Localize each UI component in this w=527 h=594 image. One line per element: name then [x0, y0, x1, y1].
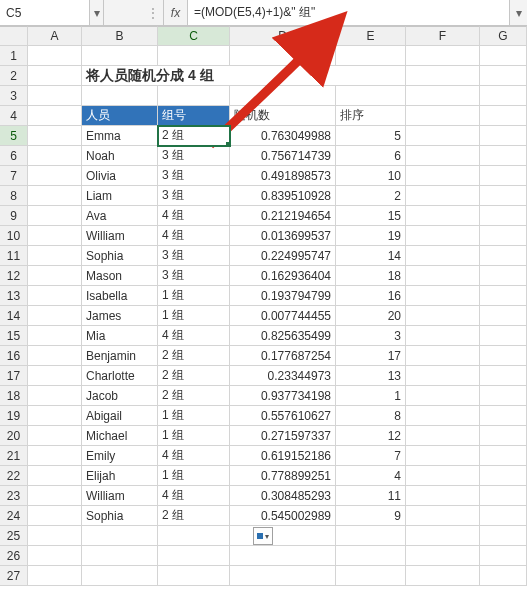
column-header-C[interactable]: C — [158, 26, 230, 46]
cell-A2[interactable] — [28, 66, 82, 86]
cell-A25[interactable] — [28, 526, 82, 546]
cell-F22[interactable] — [406, 466, 480, 486]
cell-person-17[interactable]: Charlotte — [82, 366, 158, 386]
formula-bar-expand-icon[interactable]: ▾ — [509, 0, 527, 25]
title-cell[interactable]: 将人员随机分成 4 组 — [82, 66, 406, 86]
cell-F3[interactable] — [406, 86, 480, 106]
cell-rank-15[interactable]: 3 — [336, 326, 406, 346]
cell-A14[interactable] — [28, 306, 82, 326]
cell-A13[interactable] — [28, 286, 82, 306]
cell-group-12[interactable]: 3 组 — [158, 266, 230, 286]
cell-rand-20[interactable]: 0.271597337 — [230, 426, 336, 446]
row-header-12[interactable]: 12 — [0, 266, 28, 286]
cell-E25[interactable] — [336, 526, 406, 546]
row-header-8[interactable]: 8 — [0, 186, 28, 206]
cell-person-14[interactable]: James — [82, 306, 158, 326]
cell-G10[interactable] — [480, 226, 527, 246]
cell-group-18[interactable]: 2 组 — [158, 386, 230, 406]
cell-rand-16[interactable]: 0.177687254 — [230, 346, 336, 366]
row-header-17[interactable]: 17 — [0, 366, 28, 386]
cell-G19[interactable] — [480, 406, 527, 426]
row-header-4[interactable]: 4 — [0, 106, 28, 126]
cell-G17[interactable] — [480, 366, 527, 386]
header-rank[interactable]: 排序 — [336, 106, 406, 126]
cell-rand-8[interactable]: 0.839510928 — [230, 186, 336, 206]
cell-rand-19[interactable]: 0.557610627 — [230, 406, 336, 426]
cell-person-15[interactable]: Mia — [82, 326, 158, 346]
header-rand[interactable]: 随机数 — [230, 106, 336, 126]
cell-G24[interactable] — [480, 506, 527, 526]
cell-F19[interactable] — [406, 406, 480, 426]
cell-G26[interactable] — [480, 546, 527, 566]
cell-group-23[interactable]: 4 组 — [158, 486, 230, 506]
row-header-16[interactable]: 16 — [0, 346, 28, 366]
cell-C1[interactable] — [158, 46, 230, 66]
cell-rand-7[interactable]: 0.491898573 — [230, 166, 336, 186]
cell-group-24[interactable]: 2 组 — [158, 506, 230, 526]
cell-person-24[interactable]: Sophia — [82, 506, 158, 526]
cell-A27[interactable] — [28, 566, 82, 586]
fx-icon[interactable]: fx — [164, 0, 188, 25]
cell-C3[interactable] — [158, 86, 230, 106]
cell-rand-17[interactable]: 0.23344973 — [230, 366, 336, 386]
cell-A6[interactable] — [28, 146, 82, 166]
cell-F27[interactable] — [406, 566, 480, 586]
row-header-26[interactable]: 26 — [0, 546, 28, 566]
row-header-2[interactable]: 2 — [0, 66, 28, 86]
cell-rand-23[interactable]: 0.308485293 — [230, 486, 336, 506]
cell-rank-20[interactable]: 12 — [336, 426, 406, 446]
cell-A26[interactable] — [28, 546, 82, 566]
cell-group-6[interactable]: 3 组 — [158, 146, 230, 166]
cell-person-20[interactable]: Michael — [82, 426, 158, 446]
cell-group-14[interactable]: 1 组 — [158, 306, 230, 326]
cell-group-7[interactable]: 3 组 — [158, 166, 230, 186]
cell-F13[interactable] — [406, 286, 480, 306]
cell-F1[interactable] — [406, 46, 480, 66]
cell-rank-24[interactable]: 9 — [336, 506, 406, 526]
cell-F15[interactable] — [406, 326, 480, 346]
cell-person-11[interactable]: Sophia — [82, 246, 158, 266]
row-header-23[interactable]: 23 — [0, 486, 28, 506]
row-header-19[interactable]: 19 — [0, 406, 28, 426]
cell-A5[interactable] — [28, 126, 82, 146]
cell-group-19[interactable]: 1 组 — [158, 406, 230, 426]
cell-group-10[interactable]: 4 组 — [158, 226, 230, 246]
row-header-25[interactable]: 25 — [0, 526, 28, 546]
column-header-E[interactable]: E — [336, 26, 406, 46]
cell-A20[interactable] — [28, 426, 82, 446]
cell-F21[interactable] — [406, 446, 480, 466]
cell-person-8[interactable]: Liam — [82, 186, 158, 206]
cell-person-22[interactable]: Elijah — [82, 466, 158, 486]
cell-F14[interactable] — [406, 306, 480, 326]
cell-F4[interactable] — [406, 106, 480, 126]
cell-B27[interactable] — [82, 566, 158, 586]
cell-G1[interactable] — [480, 46, 527, 66]
row-header-1[interactable]: 1 — [0, 46, 28, 66]
row-header-24[interactable]: 24 — [0, 506, 28, 526]
row-header-27[interactable]: 27 — [0, 566, 28, 586]
cell-person-23[interactable]: William — [82, 486, 158, 506]
cell-rand-10[interactable]: 0.013699537 — [230, 226, 336, 246]
cell-rank-6[interactable]: 6 — [336, 146, 406, 166]
cell-rand-15[interactable]: 0.825635499 — [230, 326, 336, 346]
cell-D25[interactable] — [230, 526, 336, 546]
cell-G12[interactable] — [480, 266, 527, 286]
row-header-7[interactable]: 7 — [0, 166, 28, 186]
cell-A10[interactable] — [28, 226, 82, 246]
cell-E1[interactable] — [336, 46, 406, 66]
row-header-9[interactable]: 9 — [0, 206, 28, 226]
cell-B25[interactable] — [82, 526, 158, 546]
cell-F16[interactable] — [406, 346, 480, 366]
cell-group-16[interactable]: 2 组 — [158, 346, 230, 366]
cell-rank-19[interactable]: 8 — [336, 406, 406, 426]
cell-G4[interactable] — [480, 106, 527, 126]
cell-G25[interactable] — [480, 526, 527, 546]
cell-G20[interactable] — [480, 426, 527, 446]
cell-rand-6[interactable]: 0.756714739 — [230, 146, 336, 166]
cell-G15[interactable] — [480, 326, 527, 346]
header-person[interactable]: 人员 — [82, 106, 158, 126]
cell-G21[interactable] — [480, 446, 527, 466]
fill-handle[interactable] — [226, 142, 230, 146]
cell-F10[interactable] — [406, 226, 480, 246]
header-group[interactable]: 组号 — [158, 106, 230, 126]
